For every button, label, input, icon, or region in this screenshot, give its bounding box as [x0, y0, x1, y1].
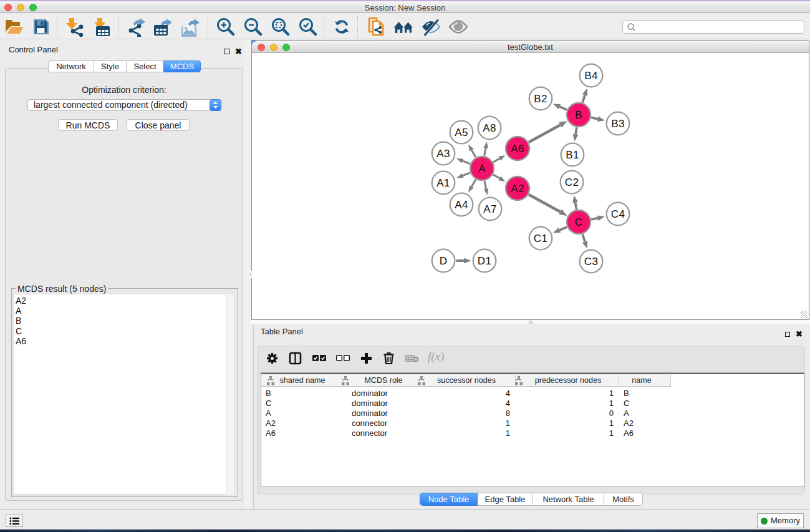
svg-text:A4: A4 — [455, 199, 468, 211]
svg-text:B3: B3 — [611, 118, 624, 130]
svg-text:C: C — [266, 399, 271, 408]
svg-text:A2: A2 — [511, 183, 524, 195]
svg-text:A2: A2 — [624, 418, 634, 428]
svg-text:A6: A6 — [266, 428, 276, 438]
svg-text:A: A — [266, 409, 271, 418]
svg-text:1: 1 — [609, 418, 614, 428]
svg-text:B2: B2 — [534, 93, 547, 105]
svg-text:A: A — [478, 163, 486, 175]
svg-text:D: D — [440, 255, 448, 267]
svg-text:A1: A1 — [436, 177, 450, 189]
svg-text:dominator: dominator — [352, 409, 388, 418]
svg-text:1: 1 — [609, 428, 614, 438]
svg-text:C4: C4 — [611, 208, 625, 220]
svg-text:1: 1 — [609, 399, 614, 408]
svg-text:A5: A5 — [455, 127, 468, 138]
svg-text:connector: connector — [352, 428, 388, 438]
svg-text:A6: A6 — [511, 143, 524, 155]
svg-text:1: 1 — [506, 418, 510, 428]
svg-text:4: 4 — [506, 399, 510, 408]
svg-text:name: name — [632, 376, 651, 385]
svg-text:B1: B1 — [566, 149, 579, 161]
svg-text:C: C — [624, 399, 629, 408]
svg-text:connector: connector — [352, 418, 388, 428]
svg-text:A3: A3 — [436, 148, 450, 160]
svg-text:C1: C1 — [534, 233, 547, 244]
svg-text:B: B — [624, 389, 629, 398]
svg-text:dominator: dominator — [352, 389, 388, 398]
svg-text:A7: A7 — [483, 203, 496, 215]
svg-text:A2: A2 — [266, 418, 276, 428]
svg-text:dominator: dominator — [352, 399, 388, 408]
svg-text:0: 0 — [609, 409, 614, 418]
svg-text:B: B — [266, 389, 271, 398]
svg-text:predecessor nodes: predecessor nodes — [535, 376, 601, 385]
svg-text:1: 1 — [609, 389, 614, 398]
svg-text:B4: B4 — [584, 70, 597, 82]
svg-text:4: 4 — [506, 389, 510, 398]
svg-text:D1: D1 — [478, 255, 491, 267]
svg-text:A6: A6 — [624, 428, 634, 438]
svg-text:shared name: shared name — [280, 376, 325, 385]
svg-text:C: C — [575, 216, 583, 228]
svg-text:A8: A8 — [483, 122, 496, 134]
svg-text:1: 1 — [506, 428, 510, 438]
svg-text:8: 8 — [506, 409, 510, 418]
svg-text:B: B — [575, 109, 582, 121]
svg-text:C3: C3 — [584, 256, 598, 268]
svg-text:MCDS role: MCDS role — [364, 376, 402, 385]
svg-text:C2: C2 — [565, 177, 579, 188]
svg-text:successor nodes: successor nodes — [437, 376, 496, 385]
svg-text:A: A — [624, 409, 629, 418]
